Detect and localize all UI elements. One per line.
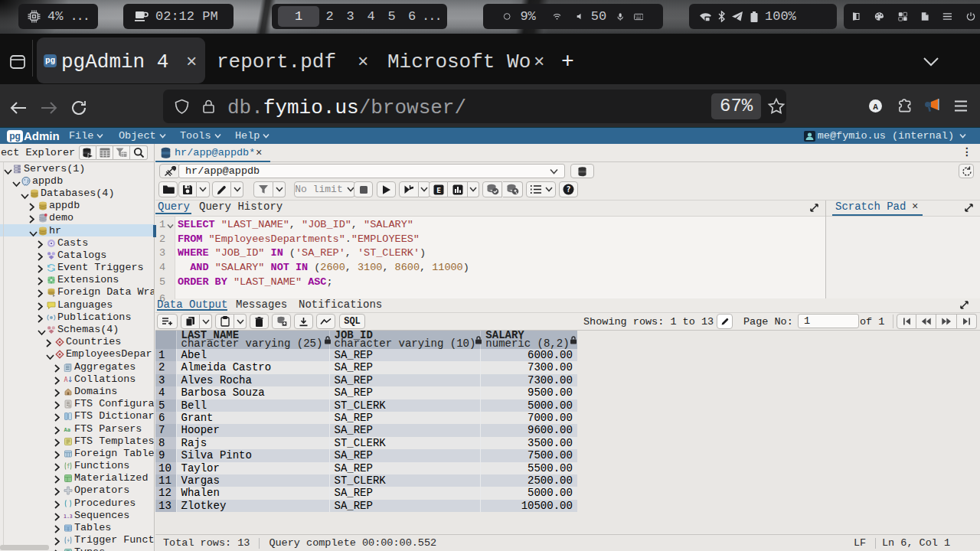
svg-text:A: A (873, 103, 878, 112)
svg-text:Aa: Aa (64, 426, 70, 432)
svg-text:E: E (436, 185, 441, 194)
svg-text:1.3: 1.3 (64, 513, 73, 519)
svg-text:?: ? (566, 185, 570, 194)
svg-text:f: f (67, 463, 70, 470)
svg-text:A: A (64, 376, 68, 383)
